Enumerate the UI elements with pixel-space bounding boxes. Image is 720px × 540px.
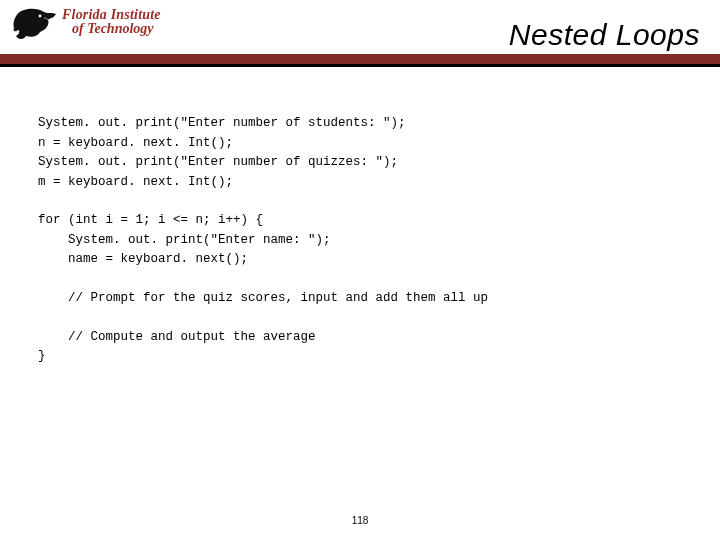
slide-header: Florida Institute of Technology Nested L… <box>0 0 720 65</box>
institution-line2: of Technology <box>72 22 161 36</box>
svg-point-0 <box>39 15 42 18</box>
panther-icon <box>10 2 58 42</box>
slide-content: System. out. print("Enter number of stud… <box>38 95 700 366</box>
code-line: // Prompt for the quiz scores, input and… <box>38 291 488 305</box>
code-block: System. out. print("Enter number of stud… <box>38 95 700 366</box>
code-line: System. out. print("Enter name: "); <box>38 233 331 247</box>
institution-logo: Florida Institute of Technology <box>10 2 161 42</box>
code-line: m = keyboard. next. Int(); <box>38 175 233 189</box>
code-line: n = keyboard. next. Int(); <box>38 136 233 150</box>
slide-title: Nested Loops <box>509 18 700 52</box>
code-line: for (int i = 1; i <= n; i++) { <box>38 213 263 227</box>
code-line: // Compute and output the average <box>38 330 316 344</box>
code-line: System. out. print("Enter number of stud… <box>38 116 406 130</box>
code-line: System. out. print("Enter number of quiz… <box>38 155 398 169</box>
divider-black <box>0 64 720 67</box>
institution-line1: Florida Institute <box>62 8 161 22</box>
code-line: name = keyboard. next(); <box>38 252 248 266</box>
institution-name: Florida Institute of Technology <box>62 8 161 36</box>
page-number: 118 <box>0 515 720 526</box>
divider-maroon <box>0 54 720 64</box>
code-line: } <box>38 349 46 363</box>
